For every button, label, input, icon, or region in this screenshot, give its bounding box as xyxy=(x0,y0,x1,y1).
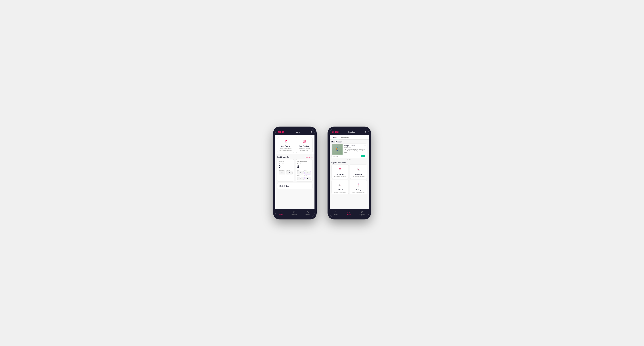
putt-value: 4 xyxy=(304,176,311,180)
practice-stat: Practice 0 xyxy=(286,170,292,174)
last-3-months-title: Last 3 Months xyxy=(277,156,289,158)
tab-drills[interactable]: Drills xyxy=(332,135,339,139)
nav-activities-2[interactable]: Activities xyxy=(346,210,352,215)
ott-label: OTT xyxy=(297,170,304,171)
drills-big-value: 8 xyxy=(297,165,311,169)
shots-count: 9 shots xyxy=(334,156,338,157)
capture-icon-2: ⊕ xyxy=(361,211,363,213)
putting-title: Putting xyxy=(356,189,361,191)
drills-sub-row-bottom: ARG 0 PUTT 4 xyxy=(297,175,311,180)
svg-point-5 xyxy=(294,211,295,212)
nav-home[interactable]: ⌂ Home xyxy=(279,211,283,215)
skill-grid: Off The Tee Power and accuracy xyxy=(330,164,369,196)
nav-activities-label-2: Activities xyxy=(346,214,352,215)
home-screen-content: Add Round Record your shots in fast or e… xyxy=(276,135,314,209)
phone-practice: clippd Practice ≡ Drills Favourites Most… xyxy=(328,127,371,219)
app-value: 4 xyxy=(304,171,311,174)
rounds-sub-row: Tournament 0 Practice 0 xyxy=(279,170,292,174)
putt-label: PUTT xyxy=(304,175,311,176)
home-icon-2: ⌂ xyxy=(335,211,336,213)
dot-2 xyxy=(349,159,350,160)
practice-screen-content: Most Popular 🏌️ Wedge Ladder ☆ 50–100 yd… xyxy=(330,140,369,209)
svg-rect-3 xyxy=(304,140,305,141)
drill-footer: ○ 9 shots APP xyxy=(332,155,367,158)
ott-stat: OTT 0 xyxy=(297,170,304,174)
drills-capture-label: Drills Capture xyxy=(297,163,311,165)
app-badge: APP xyxy=(361,155,365,157)
off-the-tee-title: Off The Tee xyxy=(336,173,344,175)
app-logo: clippd xyxy=(278,131,284,133)
svg-point-11 xyxy=(359,168,360,169)
dot-3 xyxy=(350,159,351,160)
practice-label: Practice xyxy=(286,170,292,171)
add-round-title: Add Round xyxy=(281,145,290,147)
drill-desc: Play 1 shot at each target yardage. If y… xyxy=(344,149,366,153)
add-round-card[interactable]: Add Round Record your shots in fast or e… xyxy=(277,137,294,153)
phone-screen-practice: clippd Practice ≡ Drills Favourites Most… xyxy=(330,129,369,217)
add-practice-desc: Capture your practice off-the-course xyxy=(297,148,311,151)
explore-title: Explore skill areas xyxy=(330,161,369,164)
drill-image: 🏌️ xyxy=(332,144,342,155)
bottom-nav-practice: ⌂ Home Activities ⊕ Capture xyxy=(330,209,369,217)
phone-notch-2 xyxy=(344,129,355,130)
nav-activities[interactable]: Activities xyxy=(291,210,297,215)
skill-around-the-green[interactable]: Around The Green Hone your short game xyxy=(332,180,349,194)
add-round-desc: Record your shots in fast or enhanced mo… xyxy=(279,148,292,151)
practice-menu-icon[interactable]: ≡ xyxy=(365,131,366,133)
rounds-capture-label: Rounds Capture xyxy=(279,163,292,165)
my-golf-bag-label: My Golf Bag xyxy=(280,185,289,187)
rounds-stat-box: Rounds Rounds Capture 0 Tournament 0 Pra… xyxy=(277,159,294,181)
approach-title: Approach xyxy=(355,173,362,175)
rounds-header: Rounds xyxy=(279,161,292,163)
nav-capture[interactable]: ⊕ Capture xyxy=(305,211,310,215)
nav-home-2[interactable]: ⌂ Home xyxy=(334,211,338,215)
dot-indicators xyxy=(330,158,369,161)
skill-approach[interactable]: Approach Dial-in to hit the green xyxy=(350,164,367,179)
drill-title-row: Wedge Ladder ☆ xyxy=(344,145,366,147)
my-golf-bag-row[interactable]: My Golf Bag › xyxy=(277,183,313,189)
arg-value: 0 xyxy=(297,176,304,180)
svg-point-20 xyxy=(348,211,349,212)
nav-capture-2[interactable]: ⊕ Capture xyxy=(360,211,365,215)
app-stat: APP 4 xyxy=(304,170,311,174)
flag-icon xyxy=(284,139,288,144)
view-activity-link[interactable]: View Activity xyxy=(304,156,312,158)
tournament-label: Tournament xyxy=(279,170,285,171)
page-title: Home xyxy=(295,131,300,133)
capture-icon: ⊕ xyxy=(307,211,309,213)
nav-home-label: Home xyxy=(279,214,283,215)
phone-notch xyxy=(290,129,300,130)
skill-off-the-tee[interactable]: Off The Tee Power and accuracy xyxy=(332,164,349,179)
featured-drill-card[interactable]: 🏌️ Wedge Ladder ☆ 50–100 yds Play 1 shot… xyxy=(332,144,367,158)
nav-capture-label-2: Capture xyxy=(360,214,365,215)
skill-putting[interactable]: Putting Make and lag practice xyxy=(350,180,367,194)
drill-image-placeholder: 🏌️ xyxy=(332,144,342,155)
drills-header: Practice Drills xyxy=(297,161,311,163)
most-popular-title: Most Popular xyxy=(330,140,369,144)
activity-header: Last 3 Months View Activity xyxy=(276,154,314,159)
practice-value: 0 xyxy=(286,171,292,174)
menu-icon[interactable]: ≡ xyxy=(310,131,312,133)
drill-range: 50–100 yds xyxy=(344,147,366,148)
nav-activities-label: Activities xyxy=(291,214,297,215)
shots-icon: ○ xyxy=(333,156,334,157)
nav-capture-label: Capture xyxy=(305,214,310,215)
nav-home-label-2: Home xyxy=(334,214,338,215)
star-icon[interactable]: ☆ xyxy=(364,145,366,147)
home-icon: ⌂ xyxy=(280,211,282,213)
add-practice-card[interactable]: Add Practice Capture your practice off-t… xyxy=(296,137,313,153)
activities-icon xyxy=(293,210,296,213)
approach-desc: Dial-in to hit the green xyxy=(352,176,364,177)
tab-favourites[interactable]: Favourites xyxy=(339,135,351,139)
off-the-tee-icon xyxy=(337,166,343,173)
tournament-stat: Tournament 0 xyxy=(279,170,285,174)
drill-title: Wedge Ladder xyxy=(344,145,355,147)
stats-container: Rounds Rounds Capture 0 Tournament 0 Pra… xyxy=(276,159,314,183)
chevron-right-icon: › xyxy=(310,185,310,187)
practice-title: Practice xyxy=(348,131,356,133)
shots-info: ○ 9 shots xyxy=(333,156,338,157)
tabs-row: Drills Favourites xyxy=(330,135,369,140)
rounds-big-value: 0 xyxy=(279,165,292,169)
home-action-cards: Add Round Record your shots in fast or e… xyxy=(276,135,314,154)
drills-sub-row-top: OTT 0 APP 4 xyxy=(297,170,311,174)
